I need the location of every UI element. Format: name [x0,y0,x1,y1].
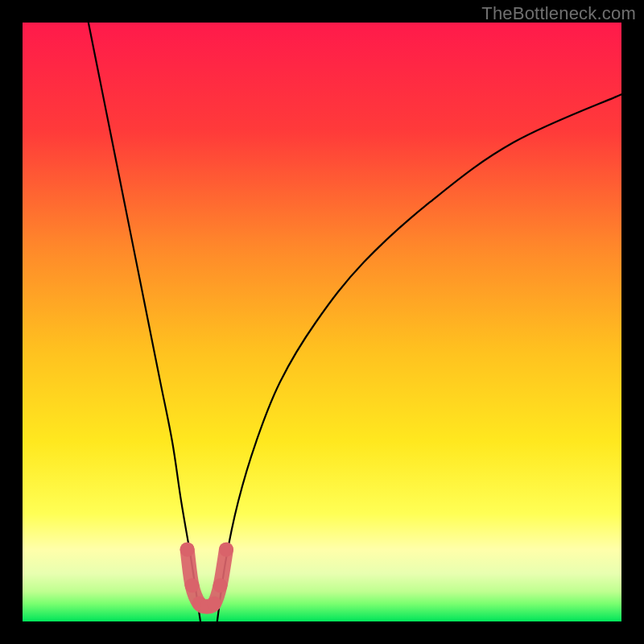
gradient-background [23,23,621,621]
highlight-dot [213,578,228,592]
bottleneck-chart [23,23,621,621]
highlight-dot [185,578,200,592]
highlight-dot [207,597,221,611]
watermark-text: TheBottleneck.com [481,3,636,24]
chart-frame: TheBottleneck.com [0,0,644,644]
highlight-dot [180,543,195,557]
highlight-dot [219,543,233,557]
